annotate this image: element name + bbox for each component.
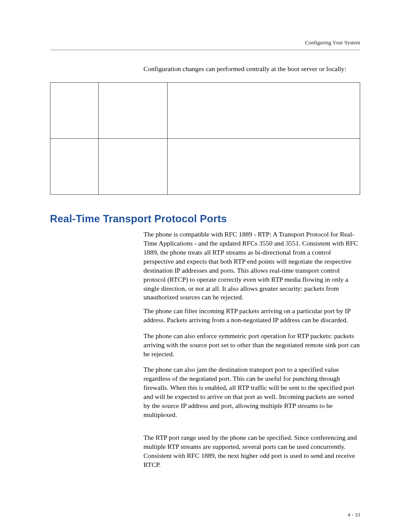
intro-paragraph: Configuration changes can performed cent… [143, 65, 360, 74]
page-number: 4 - 33 [348, 512, 360, 518]
running-head: Configuring Your System [305, 40, 360, 46]
table-row [50, 83, 360, 139]
cell-r0c2 [168, 83, 360, 139]
page: Configuring Your System Configuration ch… [0, 0, 411, 532]
body-paragraph: The RTP port range used by the phone can… [143, 433, 360, 470]
body-paragraph: The phone is compatible with RFC 1889 - … [143, 230, 360, 302]
cell-r1c1 [99, 139, 168, 195]
body-paragraph: The phone can also jam the destination t… [143, 365, 360, 420]
cell-r1c2 [168, 139, 360, 195]
body-paragraph: The phone can also enforce symmetric por… [143, 332, 360, 359]
table-row [50, 139, 360, 195]
body-paragraph: The phone can filter incoming RTP packet… [143, 307, 360, 325]
header-rule [50, 50, 360, 50]
cell-r0c0 [50, 83, 99, 139]
section-title: Real-Time Transport Protocol Ports [50, 213, 227, 225]
config-table [50, 82, 360, 195]
cell-r0c1 [99, 83, 168, 139]
cell-r1c0 [50, 139, 99, 195]
